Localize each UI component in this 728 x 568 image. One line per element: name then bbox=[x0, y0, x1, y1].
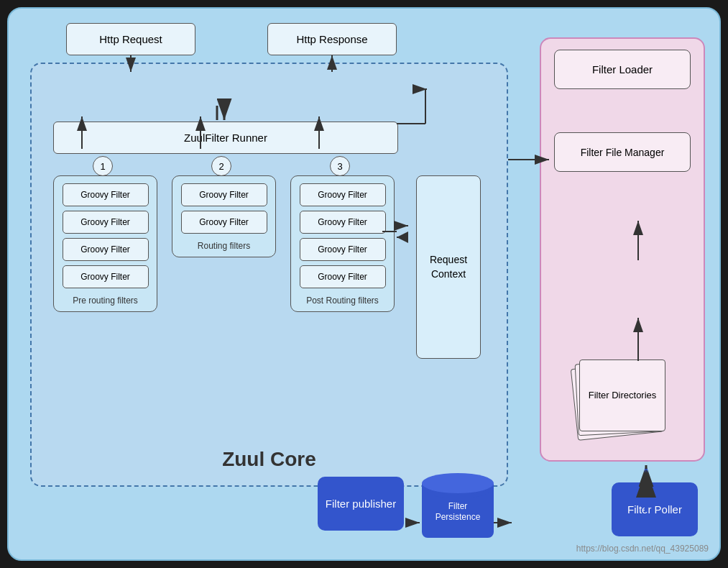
filter-box-1-4: Groovy Filter bbox=[63, 265, 149, 288]
zuulfilter-runner-box: ZuulFilter Runner bbox=[53, 122, 398, 154]
right-panel: Filter Loader Filter File Manager Filter… bbox=[540, 37, 705, 462]
filter-box-2-1: Groovy Filter bbox=[181, 183, 267, 206]
filter-publisher-label: Filter publisher bbox=[326, 496, 396, 511]
filter-box-1-2: Groovy Filter bbox=[63, 211, 149, 234]
filter-file-manager-label: Filter File Manager bbox=[581, 147, 665, 158]
filter-group-1-label: Pre routing filters bbox=[73, 296, 138, 306]
filter-file-manager-box: Filter File Manager bbox=[554, 132, 691, 172]
badge-1: 1 bbox=[93, 156, 113, 176]
filter-box-3-3: Groovy Filter bbox=[300, 238, 386, 261]
zuulfilter-runner-label: ZuulFilter Runner bbox=[184, 132, 267, 144]
dir-paper-3: Filter Directories bbox=[579, 359, 665, 431]
filter-poller-box: Filter Poller bbox=[612, 482, 698, 536]
request-context-box: RequestContext bbox=[416, 175, 481, 359]
badge-3: 3 bbox=[330, 156, 350, 176]
main-container: Http Request Http Response Zuul Servlet … bbox=[7, 7, 721, 561]
filter-group-routing: Groovy Filter Groovy Filter Routing filt… bbox=[172, 175, 276, 257]
filter-directories: Filter Directories bbox=[572, 349, 673, 442]
watermark: https://blog.csdn.net/qq_43925089 bbox=[576, 544, 709, 554]
filter-box-3-1: Groovy Filter bbox=[300, 183, 386, 206]
filter-box-1-1: Groovy Filter bbox=[63, 183, 149, 206]
filter-box-3-2: Groovy Filter bbox=[300, 211, 386, 234]
zuul-core-label: Zuul Core bbox=[222, 448, 316, 471]
http-response-box: Http Response bbox=[267, 23, 397, 55]
filter-loader-label: Filter Loader bbox=[592, 63, 653, 75]
request-context-label: RequestContext bbox=[430, 253, 467, 281]
filter-group-2-label: Routing filters bbox=[198, 241, 250, 251]
filter-poller-label: Filter Poller bbox=[627, 503, 682, 516]
http-request-box: Http Request bbox=[66, 23, 195, 55]
filter-box-3-4: Groovy Filter bbox=[300, 265, 386, 288]
filter-directories-label: Filter Directories bbox=[589, 389, 657, 402]
filter-group-pre: Groovy Filter Groovy Filter Groovy Filte… bbox=[53, 175, 157, 312]
badge-2: 2 bbox=[211, 156, 231, 176]
filter-group-post: Groovy Filter Groovy Filter Groovy Filte… bbox=[290, 175, 395, 312]
http-request-label: Http Request bbox=[99, 33, 162, 45]
filter-persistence-box: FilterPersistence bbox=[422, 469, 494, 538]
zuul-core-area: ZuulFilter Runner 1 2 3 Groovy Filter Gr… bbox=[30, 63, 508, 487]
filter-loader-box: Filter Loader bbox=[554, 50, 691, 89]
filter-publisher-box: Filter publisher bbox=[318, 477, 404, 531]
filter-group-3-label: Post Routing filters bbox=[306, 296, 379, 306]
filter-box-1-3: Groovy Filter bbox=[63, 238, 149, 261]
filter-box-2-2: Groovy Filter bbox=[181, 211, 267, 234]
http-response-label: Http Response bbox=[296, 33, 367, 45]
